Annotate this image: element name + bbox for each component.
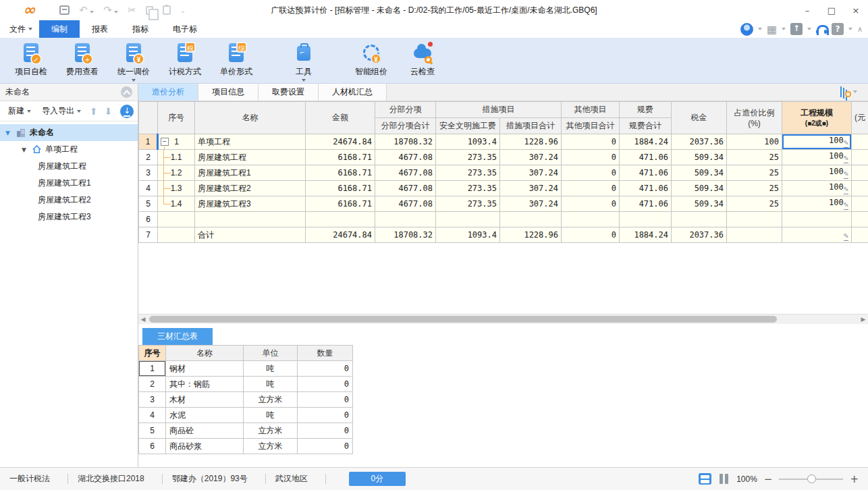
status-region[interactable]: 武汉地区 [266,473,325,485]
headset-icon[interactable] [816,24,827,34]
cell-aqwm[interactable] [436,212,500,227]
mat-cell-unit[interactable]: 吨 [244,377,298,392]
edit-pencil-icon[interactable]: ✎ [844,138,848,148]
undo-button[interactable]: ↶ [79,4,94,16]
cell-name[interactable]: 房屋建筑工程3 [195,196,306,212]
tools-button[interactable]: 工具 [278,40,329,82]
cell-seq[interactable]: −1 [158,134,195,150]
col-header-seq[interactable]: 序号 [158,102,195,134]
scroll-left-icon[interactable]: ◀ [138,315,148,324]
tab-fee-settings[interactable]: 取费设置 [259,84,319,101]
col-header-tax[interactable]: 税金 [672,102,727,134]
edit-pencil-icon[interactable]: ✎ [844,153,848,163]
tab-cost-analysis[interactable]: 造价分析 [138,84,198,101]
cell-qtxm[interactable]: 0 [562,150,620,165]
col-group-measures[interactable]: 措施项目 [436,102,562,118]
cell-tax[interactable]: 2037.36 [672,134,727,150]
cell-partial[interactable] [852,196,868,212]
layout-vertical-split-icon[interactable] [718,473,730,485]
cell-scale[interactable]: ✎ [782,227,852,243]
cell-partial[interactable] [852,212,868,227]
mat-col-header-unit[interactable]: 单位 [244,346,298,361]
cell-tax[interactable]: 509.34 [672,165,727,181]
mat-cell-no[interactable]: 3 [139,392,166,408]
cell-partial[interactable] [852,181,868,196]
cell-aqwm[interactable]: 273.35 [436,196,500,212]
import-export-button[interactable]: 导入导出 [38,105,85,117]
move-up-icon[interactable]: ⬆ [88,106,100,117]
redo-button[interactable]: ↷ [103,4,118,16]
collapse-ribbon-icon[interactable]: ∧ [857,25,863,34]
mat-col-header-name[interactable]: 名称 [166,346,244,361]
cell-ratio[interactable]: 25 [727,181,782,196]
status-document-number[interactable]: 鄂建办（2019）93号 [163,473,265,485]
tab-material-summary[interactable]: 三材汇总表 [142,328,213,345]
row-number[interactable]: 3 [139,165,158,181]
cell-gf[interactable]: 1884.24 [620,134,672,150]
mat-cell-qty[interactable]: 0 [298,392,353,408]
cell-csxm[interactable]: 307.24 [500,196,562,212]
zoom-in-icon[interactable]: + [850,473,859,485]
row-number[interactable]: 6 [139,212,158,227]
cell-ratio[interactable] [727,227,782,243]
cell-aqwm[interactable]: 273.35 [436,181,500,196]
row-number[interactable]: 4 [139,181,158,196]
cell-tax[interactable]: 509.34 [672,181,727,196]
cell-ratio[interactable] [727,212,782,227]
mat-cell-unit[interactable]: 立方米 [244,392,298,408]
unified-price-adjust-button[interactable]: ¥ 统一调价 [108,40,159,82]
mat-cell-no[interactable]: 6 [139,439,166,454]
mat-cell-unit[interactable]: 吨 [244,408,298,423]
cell-amount[interactable]: 6168.71 [306,165,375,181]
row-number[interactable]: 5 [139,196,158,212]
download-icon[interactable]: ↓ [120,105,134,118]
cell-amount[interactable]: 24674.84 [306,227,375,243]
cell-amount[interactable]: 6168.71 [306,150,375,165]
mat-cell-name[interactable]: 水泥 [166,408,244,423]
edit-pencil-icon[interactable]: ✎ [844,231,848,241]
mat-col-header-qty[interactable]: 数量 [298,346,353,361]
score-button[interactable]: 0分 [349,472,406,486]
cell-qtxm[interactable]: 0 [562,181,620,196]
cell-fbfx[interactable] [375,212,436,227]
cell-name[interactable] [195,212,306,227]
cell-fbfx[interactable]: 18708.32 [375,134,436,150]
status-tax-method[interactable]: 一般计税法 [0,473,67,485]
cell-gf[interactable] [620,212,672,227]
tree-item-2[interactable]: 房屋建筑工程 [0,158,138,175]
tree-item-3[interactable]: 房屋建筑工程1 [0,175,138,192]
cell-scale[interactable]: ✎100 [782,196,852,212]
cell-scale[interactable]: ✎100 [782,150,852,165]
col-group-other[interactable]: 其他项目 [562,102,620,118]
cell-amount[interactable]: 6168.71 [306,196,375,212]
cell-qtxm[interactable]: 0 [562,165,620,181]
cell-csxm[interactable]: 1228.96 [500,134,562,150]
zoom-slider[interactable] [779,479,843,480]
zoom-slider-thumb[interactable] [807,474,816,483]
edit-pencil-icon[interactable]: ✎ [844,184,848,194]
tree-item-4[interactable]: 房屋建筑工程2 [0,192,138,209]
cell-csxm[interactable]: 307.24 [500,181,562,196]
col-header-fees-total[interactable]: 规费合计 [620,118,672,134]
mat-cell-unit[interactable]: 立方米 [244,439,298,454]
help-icon[interactable]: ? [832,23,844,35]
cell-csxm[interactable]: 307.24 [500,150,562,165]
cell-csxm[interactable]: 1228.96 [500,227,562,243]
move-down-icon[interactable]: ⬇ [103,106,115,117]
tab-project-info[interactable]: 项目信息 [198,84,259,101]
cell-name[interactable]: 合计 [195,227,306,243]
cell-seq[interactable]: 1.2 [158,165,195,181]
col-header-scale[interactable]: 工程规模 (■2或■) [782,102,852,134]
cell-aqwm[interactable]: 1093.4 [436,227,500,243]
tree-item-0[interactable]: ▼未命名 [0,124,138,141]
cell-tax[interactable] [672,212,727,227]
collapse-panel-icon[interactable] [121,86,132,98]
col-header-measures-total[interactable]: 措施项目合计 [500,118,562,134]
tab-labor-material-summary[interactable]: 人材机汇总 [319,84,387,101]
cell-qtxm[interactable]: 0 [562,196,620,212]
cell-ratio[interactable]: 100 [727,134,782,150]
mat-col-header-no[interactable]: 序号 [139,346,166,361]
save-icon[interactable] [59,5,70,15]
col-header-other-total[interactable]: 其他项目合计 [562,118,620,134]
row-number[interactable]: 7 [139,227,158,243]
